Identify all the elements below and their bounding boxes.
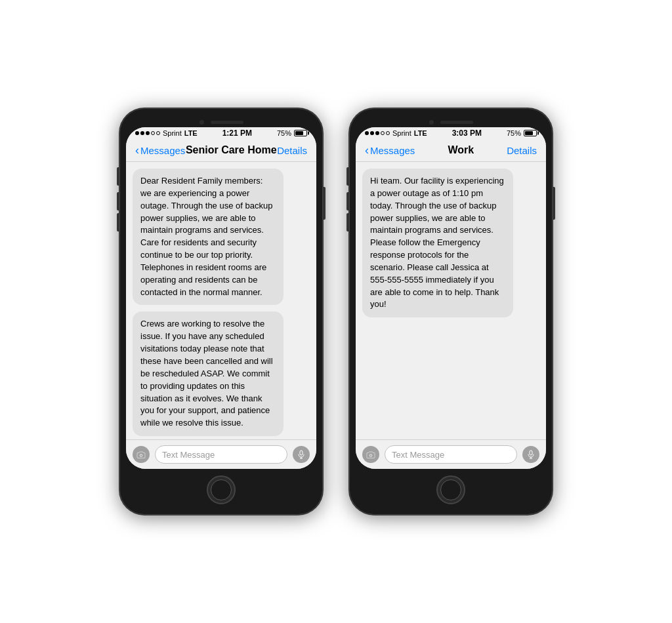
phone-top-sensors [126,115,316,127]
signal-dot [365,131,369,135]
speaker-bar [440,121,473,124]
battery-icon [294,130,307,136]
svg-point-4 [369,454,372,456]
lte-indicator: LTE [414,129,427,137]
signal-dot [370,131,374,135]
phone-right: SprintLTE3:03 PM75%‹MessagesWorkDetailsH… [349,108,553,515]
svg-point-0 [140,454,142,456]
status-right: 75% [277,129,307,137]
nav-title: Work [448,144,474,156]
home-button-inner [211,479,232,500]
carrier-name: Sprint [163,129,182,137]
microphone-icon [298,450,304,459]
signal-dot [140,131,144,135]
signal-indicator [135,131,160,135]
status-left: SprintLTE [365,129,427,137]
signal-dot [146,131,150,135]
battery-percent: 75% [277,129,291,137]
svg-rect-1 [300,451,303,455]
messages-area: Hi team. Our facility is experiencing a … [356,162,546,439]
back-label: Messages [140,145,185,156]
front-camera [200,120,204,125]
back-label: Messages [370,145,415,156]
battery-icon [524,130,537,136]
signal-dot [135,131,139,135]
home-button-inner [440,479,461,500]
status-time: 1:21 PM [222,129,252,138]
status-right: 75% [507,129,537,137]
camera-button[interactable] [133,446,150,463]
svg-rect-5 [530,451,532,455]
details-button[interactable]: Details [277,145,307,156]
chevron-left-icon: ‹ [365,144,369,156]
front-camera [429,120,434,125]
message-bubble-0: Hi team. Our facility is experiencing a … [362,169,513,317]
home-button[interactable] [436,475,465,504]
home-button-area [126,469,316,508]
signal-dot [151,131,155,135]
microphone-icon [528,450,534,459]
phone-screen: SprintLTE1:21 PM75%‹MessagesSenior Care … [126,127,316,469]
camera-icon [366,451,375,458]
status-left: SprintLTE [135,129,198,137]
carrier-name: Sprint [392,129,411,137]
status-bar: SprintLTE1:21 PM75% [126,127,316,140]
input-area: Text Message [126,439,316,469]
chevron-left-icon: ‹ [135,144,139,156]
input-area: Text Message [356,439,546,469]
signal-dot [375,131,379,135]
microphone-button[interactable] [522,446,539,463]
nav-bar: ‹MessagesWorkDetails [356,140,546,162]
home-button[interactable] [207,475,236,504]
back-button[interactable]: ‹Messages [365,144,415,156]
phone-left: SprintLTE1:21 PM75%‹MessagesSenior Care … [119,108,323,515]
signal-indicator [365,131,390,135]
signal-dot [156,131,160,135]
messages-area: Dear Resident Family members: we are exp… [126,162,316,439]
status-bar: SprintLTE3:03 PM75% [356,127,546,140]
nav-title: Senior Care Home [186,144,277,156]
speaker-bar [211,121,243,124]
phones-container: SprintLTE1:21 PM75%‹MessagesSenior Care … [119,108,553,515]
home-button-area [356,469,546,508]
details-button[interactable]: Details [507,145,537,156]
battery-fill [295,131,303,135]
nav-bar: ‹MessagesSenior Care HomeDetails [126,140,316,162]
phone-top-sensors [356,115,546,127]
microphone-button[interactable] [293,446,310,463]
signal-dot [386,131,390,135]
camera-icon [136,451,146,458]
battery-fill [525,131,533,135]
lte-indicator: LTE [184,129,198,137]
message-bubble-1: Crews are working to resolve the issue. … [133,312,284,436]
camera-button[interactable] [362,446,379,463]
phone-screen: SprintLTE3:03 PM75%‹MessagesWorkDetailsH… [356,127,546,469]
battery-percent: 75% [507,129,521,137]
text-message-input[interactable]: Text Message [385,445,517,464]
text-message-input[interactable]: Text Message [155,445,287,464]
back-button[interactable]: ‹Messages [135,144,185,156]
signal-dot [381,131,385,135]
status-time: 3:03 PM [452,129,482,138]
message-bubble-0: Dear Resident Family members: we are exp… [133,169,284,305]
